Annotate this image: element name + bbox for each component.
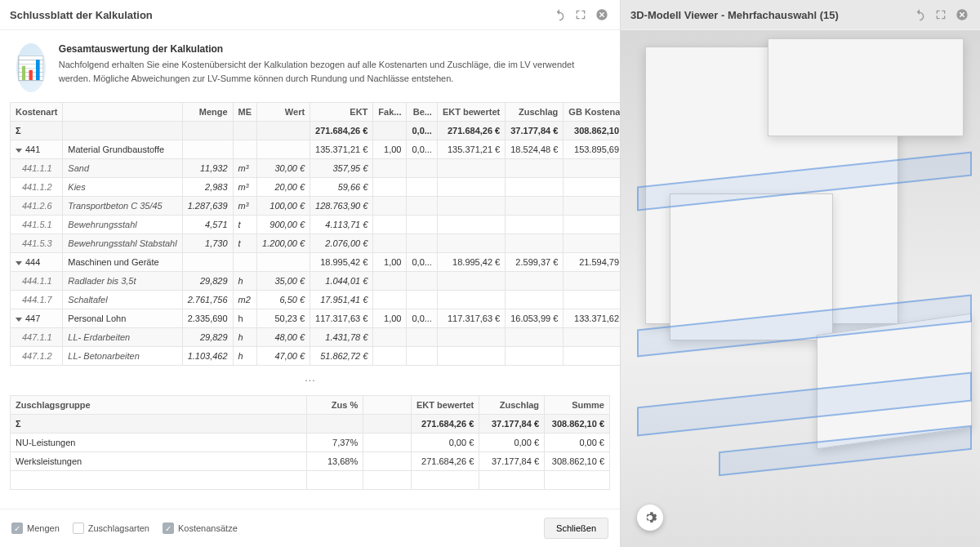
viewer-canvas[interactable]: [621, 30, 980, 547]
info-block: 📊 Gesamtauswertung der Kalkulation Nachf…: [0, 30, 620, 102]
checkbox-checked-icon: [11, 523, 23, 534]
cost-table: Kostenart Menge ME Wert EKT Fak... Be...…: [10, 102, 620, 366]
th-summe[interactable]: Summe: [545, 396, 610, 415]
th-wert[interactable]: Wert: [257, 103, 310, 122]
th-zuschlag[interactable]: Zuschlag: [506, 103, 564, 122]
surcharge-table-header: Zuschlagsgruppe Zus % EKT bewertet Zusch…: [11, 396, 610, 415]
th-ektb2[interactable]: EKT bewertet: [411, 396, 479, 415]
table-row[interactable]: 444Maschinen und Geräte18.995,42 €1,000,…: [11, 253, 621, 272]
chevron-down-icon[interactable]: [16, 318, 22, 322]
chk-mengen[interactable]: Mengen: [11, 523, 60, 534]
table-row[interactable]: 447.1.1LL- Erdarbeiten29,829h48,00 €1.43…: [11, 328, 621, 347]
close-icon[interactable]: [954, 7, 970, 23]
table-row[interactable]: 441Material Grundbaustoffe135.371,21 €1,…: [11, 140, 621, 159]
info-body: Nachfolgend erhalten Sie eine Kostenüber…: [59, 58, 604, 85]
undo-icon[interactable]: [551, 7, 568, 23]
chevron-down-icon[interactable]: [16, 261, 22, 265]
right-header-actions: [911, 7, 970, 23]
left-panel-header: Schlussblatt der Kalkulation: [0, 0, 620, 30]
table-row[interactable]: NU-Leistungen7,37%0,00 €0,00 €0,00 €: [11, 434, 610, 452]
th-be[interactable]: Be...: [407, 103, 437, 122]
th-me[interactable]: ME: [233, 103, 257, 122]
table-ellipsis: …: [10, 366, 610, 389]
viewer-panel: 3D-Modell Viewer - Mehrfachauswahl (15): [621, 0, 980, 547]
table-row[interactable]: Werksleistungen13,68%271.684,26 €37.177,…: [11, 452, 610, 471]
th-name: [63, 103, 182, 122]
calculation-panel: Schlussblatt der Kalkulation 📊 Gesamtaus…: [0, 0, 621, 547]
close-icon[interactable]: [594, 7, 610, 23]
close-button[interactable]: Schließen: [544, 518, 608, 539]
th-zus[interactable]: Zus %: [306, 396, 363, 415]
settings-button[interactable]: [637, 505, 663, 531]
footer-checks: Mengen Zuschlagsarten Kostenansätze: [11, 523, 238, 534]
th-zuschlag2[interactable]: Zuschlag: [479, 396, 545, 415]
th-ekt[interactable]: EKT: [310, 103, 373, 122]
table-row[interactable]: 447.1.2LL- Betonarbeiten1.103,462h47,00 …: [11, 347, 621, 366]
sum-row: Σ271.684,26 €37.177,84 €308.862,10 €: [11, 415, 610, 434]
table-row[interactable]: 441.1.1Sand11,932m³30,00 €357,95 €: [11, 159, 621, 178]
table-row[interactable]: 441.5.3Bewehrungsstahl Stabstahl1,730t1.…: [11, 234, 621, 253]
surcharge-table: Zuschlagsgruppe Zus % EKT bewertet Zusch…: [10, 395, 610, 490]
table-row[interactable]: 441.5.1Bewehrungsstahl4,571t900,00 €4.11…: [11, 216, 621, 234]
th-gb[interactable]: GB Kostenart: [564, 103, 620, 122]
th-fak[interactable]: Fak...: [373, 103, 407, 122]
table-row-empty: [11, 471, 610, 490]
info-heading: Gesamtauswertung der Kalkulation: [59, 43, 604, 55]
left-panel-title: Schlussblatt der Kalkulation: [10, 9, 153, 21]
right-panel-title: 3D-Modell Viewer - Mehrfachauswahl (15): [630, 9, 839, 21]
undo-icon[interactable]: [911, 7, 928, 23]
table-row[interactable]: 441.1.2Kies2,983m³20,00 €59,66 €: [11, 178, 621, 197]
table-row[interactable]: 444.1.1Radlader bis 3,5t29,829h35,00 €1.…: [11, 272, 621, 291]
expand-icon[interactable]: [933, 7, 949, 23]
gear-icon: [643, 510, 657, 525]
chk-zuschlagsarten[interactable]: Zuschlagsarten: [73, 523, 149, 534]
info-text: Gesamtauswertung der Kalkulation Nachfol…: [59, 43, 604, 92]
sum-row: Σ271.684,26 €0,0...271.684,26 €37.177,84…: [11, 122, 621, 140]
checkbox-icon: [73, 523, 84, 534]
building-render: [621, 30, 980, 547]
th-menge[interactable]: Menge: [182, 103, 233, 122]
right-panel-header: 3D-Modell Viewer - Mehrfachauswahl (15): [621, 0, 980, 30]
chk-kostenansaetze[interactable]: Kostenansätze: [163, 523, 238, 534]
cost-table-header: Kostenart Menge ME Wert EKT Fak... Be...…: [11, 103, 621, 122]
table-row[interactable]: 447Personal Lohn2.335,690h50,23 €117.317…: [11, 309, 621, 328]
expand-icon[interactable]: [572, 7, 589, 23]
summary-icon: 📊: [16, 43, 46, 92]
left-header-actions: [551, 7, 610, 23]
tables-wrap[interactable]: Kostenart Menge ME Wert EKT Fak... Be...…: [0, 102, 620, 509]
table-row[interactable]: 441.2.6Transportbeton C 35/451.287,639m³…: [11, 197, 621, 216]
th-gruppe[interactable]: Zuschlagsgruppe: [11, 396, 307, 415]
footer-bar: Mengen Zuschlagsarten Kostenansätze Schl…: [0, 509, 620, 547]
th-kostenart[interactable]: Kostenart: [11, 103, 63, 122]
chevron-down-icon[interactable]: [16, 149, 22, 153]
th-ektb[interactable]: EKT bewertet: [437, 103, 505, 122]
th-blank: [363, 396, 412, 415]
table-row[interactable]: 444.1.7Schaltafel2.761,756m26,50 €17.951…: [11, 291, 621, 309]
checkbox-checked-icon: [163, 523, 174, 534]
